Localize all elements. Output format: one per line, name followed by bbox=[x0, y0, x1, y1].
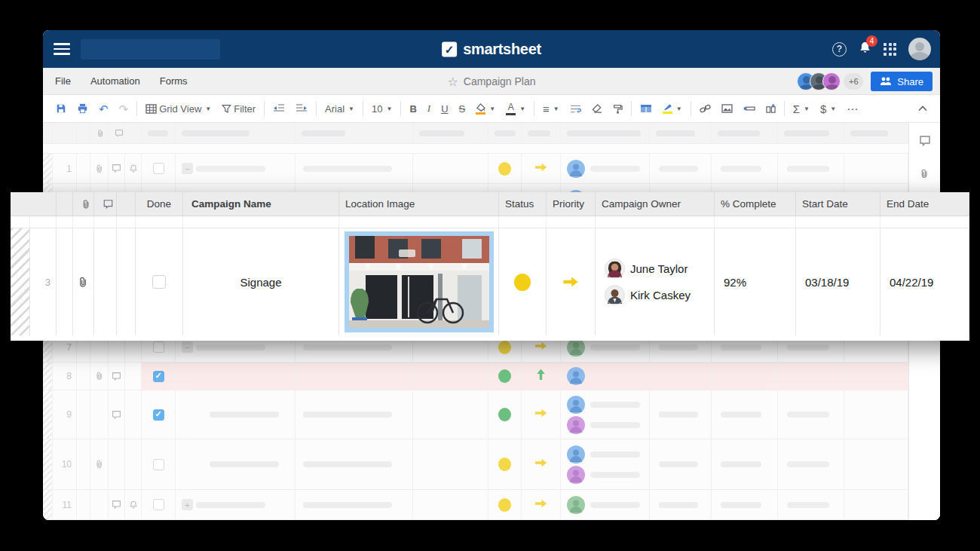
outdent-button[interactable] bbox=[268, 99, 290, 118]
campaign-name-cell[interactable]: Signage bbox=[183, 228, 339, 335]
comment-column-icon bbox=[109, 123, 125, 144]
link-icon bbox=[700, 104, 711, 114]
row-drag-handle[interactable] bbox=[11, 228, 30, 335]
currency-dropdown[interactable]: $▼ bbox=[815, 99, 841, 118]
collaborator-avatar[interactable] bbox=[822, 72, 841, 90]
split-cell-button[interactable] bbox=[761, 99, 781, 118]
undo-button[interactable]: ↶ bbox=[93, 99, 114, 118]
percent-complete-cell[interactable]: 92% bbox=[715, 228, 796, 335]
row-number[interactable]: 8 bbox=[53, 363, 77, 390]
focus-row[interactable]: 3 Signage bbox=[11, 228, 969, 335]
column-header-done[interactable]: Done bbox=[136, 192, 183, 216]
column-header-percent-complete[interactable]: % Complete bbox=[715, 192, 796, 216]
location-image-cell[interactable] bbox=[339, 228, 499, 335]
favorite-star-icon[interactable]: ☆ bbox=[447, 74, 458, 88]
sheet-row-11[interactable]: 11+ bbox=[43, 490, 908, 520]
column-header-location-image[interactable]: Location Image bbox=[339, 192, 499, 216]
print-button[interactable] bbox=[72, 99, 93, 118]
row-number[interactable]: 3 bbox=[30, 228, 57, 335]
owner-entry: Kirk Caskey bbox=[605, 285, 691, 305]
row-number[interactable]: 1 bbox=[53, 154, 77, 184]
menu-file[interactable]: File bbox=[55, 75, 71, 87]
bold-button[interactable]: B bbox=[404, 99, 421, 118]
column-header-end-date[interactable]: End Date bbox=[880, 192, 969, 216]
insert-row-button[interactable] bbox=[738, 99, 761, 118]
status-cell[interactable] bbox=[499, 228, 547, 335]
outdent-icon bbox=[273, 104, 285, 113]
column-header-campaign-name[interactable]: Campaign Name bbox=[183, 192, 339, 216]
insert-row-icon bbox=[743, 104, 755, 113]
attachment-column-icon bbox=[90, 123, 109, 144]
strikethrough-button[interactable]: S bbox=[454, 99, 471, 118]
font-size-dropdown[interactable]: 10▼ bbox=[366, 99, 397, 118]
row-number[interactable]: 9 bbox=[53, 390, 77, 439]
underline-button[interactable]: U bbox=[436, 99, 453, 118]
share-button-label: Share bbox=[897, 76, 923, 87]
column-header-campaign-owner[interactable]: Campaign Owner bbox=[596, 192, 715, 216]
indent-button[interactable] bbox=[290, 99, 313, 118]
end-date-cell[interactable]: 04/22/19 bbox=[880, 228, 969, 335]
format-painter-button[interactable] bbox=[608, 99, 628, 118]
done-cell[interactable] bbox=[136, 228, 183, 335]
conversations-panel-icon[interactable] bbox=[919, 135, 931, 150]
help-icon[interactable]: ? bbox=[832, 42, 847, 57]
insert-image-button[interactable] bbox=[716, 99, 738, 118]
search-input[interactable] bbox=[81, 39, 220, 60]
sheet-row-10[interactable]: 10 bbox=[43, 439, 908, 490]
more-options-button[interactable]: ⋯ bbox=[841, 99, 863, 118]
notifications-button[interactable]: 4 bbox=[859, 41, 871, 57]
wrap-text-button[interactable] bbox=[565, 99, 586, 118]
column-header-start-date[interactable]: Start Date bbox=[796, 192, 880, 216]
campaign-owner-cell[interactable]: June Taylor Kirk Caskey bbox=[596, 228, 715, 335]
view-switcher-dropdown[interactable]: Grid View▼ bbox=[140, 99, 216, 118]
share-button[interactable]: Share bbox=[871, 72, 933, 91]
collapse-toolbar-button[interactable] bbox=[913, 99, 933, 118]
location-image[interactable] bbox=[345, 231, 494, 332]
italic-button[interactable]: I bbox=[422, 99, 436, 118]
collaborators-overflow-badge[interactable]: +6 bbox=[844, 73, 863, 90]
sheet-row-1[interactable]: 1− bbox=[43, 154, 908, 184]
done-checkbox[interactable] bbox=[153, 499, 164, 510]
sum-dropdown[interactable]: Σ▼ bbox=[788, 99, 815, 118]
row-number[interactable]: 11 bbox=[53, 490, 77, 520]
redo-button[interactable]: ↷ bbox=[114, 99, 134, 118]
attachments-panel-icon[interactable] bbox=[920, 168, 929, 182]
attachment-cell[interactable] bbox=[73, 228, 94, 335]
start-date-cell[interactable]: 03/18/19 bbox=[796, 228, 880, 335]
clear-format-button[interactable] bbox=[586, 99, 608, 118]
menu-automation[interactable]: Automation bbox=[90, 75, 140, 87]
done-checkbox[interactable] bbox=[153, 371, 164, 382]
save-button[interactable] bbox=[51, 99, 72, 118]
sheet-row-8[interactable]: 8 bbox=[43, 363, 908, 390]
account-avatar[interactable] bbox=[908, 38, 931, 60]
collaborator-avatars[interactable]: +6 bbox=[797, 72, 863, 90]
done-checkbox[interactable] bbox=[153, 409, 164, 421]
sheet-row-9[interactable]: 9 bbox=[43, 390, 908, 439]
highlight-button[interactable]: ▼ bbox=[657, 99, 688, 118]
text-color-button[interactable]: A ▼ bbox=[501, 99, 531, 118]
row-number[interactable]: 10 bbox=[53, 439, 77, 490]
done-checkbox[interactable] bbox=[152, 275, 166, 289]
done-checkbox[interactable] bbox=[153, 459, 164, 470]
smartsheet-logo-text: smartsheet bbox=[463, 41, 541, 58]
menu-forms[interactable]: Forms bbox=[160, 75, 188, 87]
align-dropdown[interactable]: ≡▼ bbox=[537, 99, 565, 118]
done-checkbox[interactable] bbox=[153, 341, 164, 353]
column-header-priority[interactable]: Priority bbox=[547, 192, 596, 216]
font-family-dropdown[interactable]: Arial▼ bbox=[320, 99, 360, 118]
hyperlink-button[interactable] bbox=[694, 99, 716, 118]
hamburger-menu-icon[interactable] bbox=[54, 43, 70, 55]
caret-down-icon: ▼ bbox=[519, 106, 525, 112]
text-color-icon: A bbox=[506, 102, 516, 115]
fill-color-button[interactable]: ▼ bbox=[470, 99, 501, 118]
app-launcher-icon[interactable] bbox=[884, 43, 896, 56]
column-header-row bbox=[43, 123, 908, 144]
done-checkbox[interactable] bbox=[153, 163, 164, 174]
priority-cell[interactable] bbox=[547, 228, 596, 335]
merge-cells-button[interactable] bbox=[635, 99, 657, 118]
caret-down-icon: ▼ bbox=[676, 106, 682, 112]
top-app-bar: ✓ smartsheet ? 4 bbox=[43, 30, 940, 68]
filter-button[interactable]: Filter bbox=[216, 99, 261, 118]
caret-down-icon: ▼ bbox=[348, 106, 354, 112]
column-header-status[interactable]: Status bbox=[499, 192, 547, 216]
